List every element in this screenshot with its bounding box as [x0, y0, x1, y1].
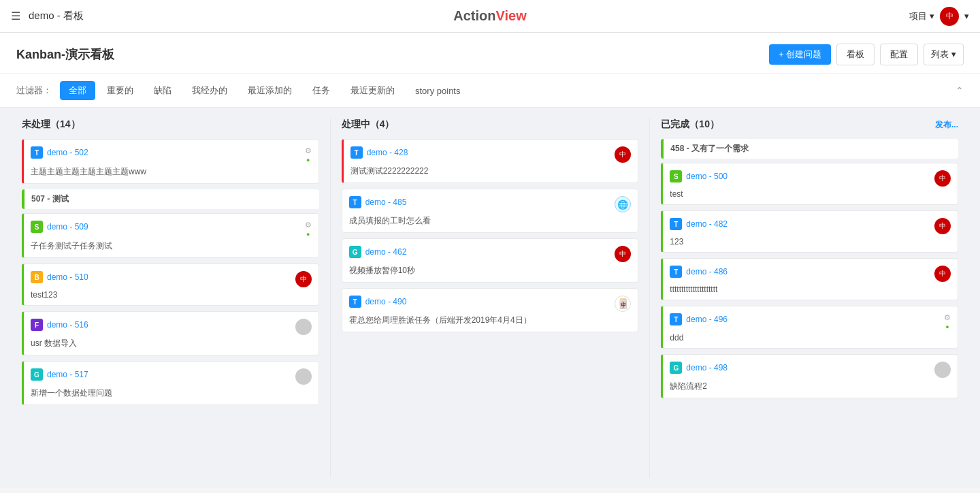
filter-btn-all[interactable]: 全部 — [60, 81, 95, 100]
page-header: Kanban-演示看板 + 创建问题 看板 配置 列表 ▾ — [0, 33, 980, 74]
avatar: 中 — [934, 170, 951, 187]
card-link[interactable]: demo - 509 — [47, 222, 88, 232]
brand-view: View — [496, 8, 527, 23]
column-inprogress: 处理中（4） T demo - 428 中 测试测试2222222222 T d… — [336, 118, 644, 477]
card-id-row: S demo - 500 — [670, 170, 728, 182]
card-link[interactable]: demo - 485 — [365, 197, 407, 207]
card-id-row: T demo - 490 — [349, 296, 407, 308]
filter-btn-important[interactable]: 重要的 — [98, 81, 142, 100]
card-link[interactable]: demo - 510 — [47, 272, 88, 282]
kanban-board: 未处理（14） T demo - 502 ⚙● 主题主题主题主题主题主题www … — [0, 108, 980, 488]
column-title: 处理中（4） — [342, 118, 395, 131]
card-link[interactable]: demo - 500 — [686, 172, 728, 181]
gear-icon[interactable]: ⚙● — [944, 313, 951, 330]
epic-header: 458 - 又有了一个需求 — [661, 139, 958, 159]
table-row: G demo - 517 新增一个数据处理问题 — [22, 361, 319, 405]
epic-header: 507 - 测试 — [22, 189, 319, 209]
card-group: T demo - 428 中 测试测试2222222222 T demo - 4… — [342, 139, 639, 332]
project-menu[interactable]: 项目 ▾ — [909, 10, 934, 22]
gear-icon[interactable]: ⚙● — [305, 221, 312, 238]
mahjong-avatar: 🀄 — [615, 296, 631, 312]
header-actions: + 创建问题 看板 配置 列表 ▾ — [769, 44, 964, 65]
card-link[interactable]: demo - 486 — [686, 267, 728, 276]
brand-action: Action — [453, 8, 495, 23]
filter-btn-story_points[interactable]: story points — [406, 81, 469, 100]
filter-btn-recent_update[interactable]: 最近更新的 — [342, 81, 404, 100]
globe-avatar: 🌐 — [615, 196, 631, 212]
type-badge: S — [31, 221, 43, 233]
card-id-row: T demo - 485 — [349, 196, 407, 208]
user-avatar-btn[interactable]: 中 — [940, 7, 959, 26]
user-dropdown-icon[interactable]: ▾ — [964, 11, 969, 21]
card-description: 霍总您给周理胜派任务（后端开发2019年4月4日） — [349, 315, 632, 326]
config-button[interactable]: 配置 — [880, 44, 918, 65]
card-top: T demo - 485 🌐 — [349, 196, 632, 212]
card-id-row: G demo - 462 — [349, 246, 407, 258]
type-badge: S — [670, 170, 682, 182]
card-link[interactable]: demo - 498 — [686, 363, 728, 372]
gear-icon[interactable]: ⚙● — [305, 146, 312, 163]
filter-btn-mine[interactable]: 我经办的 — [183, 81, 236, 100]
filter-collapse-icon[interactable]: ⌃ — [956, 85, 964, 96]
card-link[interactable]: demo - 502 — [47, 148, 88, 157]
column-divider — [330, 118, 331, 477]
type-badge: T — [670, 313, 682, 325]
card-id-row: T demo - 482 — [670, 218, 728, 230]
card-link[interactable]: demo - 516 — [47, 320, 88, 330]
column-header: 已完成（10） 发布... — [661, 118, 958, 131]
avatar-placeholder — [295, 368, 312, 385]
column-action[interactable]: 发布... — [935, 119, 958, 131]
table-row: T demo - 428 中 测试测试2222222222 — [342, 139, 639, 183]
table-row: G demo - 498 缺陷流程2 — [661, 354, 958, 398]
card-top: G demo - 498 — [670, 362, 951, 378]
avatar: 中 — [934, 218, 951, 234]
table-row: S demo - 509 ⚙● 子任务测试子任务测试 — [22, 213, 319, 258]
card-top: T demo - 490 🀄 — [349, 296, 632, 312]
list-view-button[interactable]: 列表 ▾ — [924, 44, 964, 65]
topnav: ☰ demo - 看板 ActionView 项目 ▾ 中 ▾ — [0, 0, 980, 33]
card-top: T demo - 502 ⚙● — [31, 146, 312, 163]
table-row: B demo - 510 中 test123 — [22, 264, 319, 306]
card-link[interactable]: demo - 428 — [367, 148, 408, 157]
card-id-row: S demo - 509 — [31, 221, 88, 233]
card-group: T demo - 482 中 123 T demo - 486 中 tttttt… — [661, 210, 958, 398]
type-badge: T — [670, 266, 682, 278]
card-id-row: T demo - 486 — [670, 266, 728, 278]
card-id-row: F demo - 516 — [31, 319, 88, 331]
card-id-row: T demo - 496 — [670, 313, 728, 325]
card-description: ttttttttttttttttttttt — [670, 285, 951, 294]
card-link[interactable]: demo - 490 — [365, 297, 407, 306]
avatar: 中 — [615, 146, 631, 163]
card-link[interactable]: demo - 482 — [686, 219, 728, 229]
table-row: G demo - 462 中 视频播放暂停10秒 — [342, 238, 639, 283]
filter-btn-recent_add[interactable]: 最近添加的 — [239, 81, 301, 100]
nav-title: demo - 看板 — [29, 10, 84, 22]
filter-btn-bug[interactable]: 缺陷 — [145, 81, 180, 100]
card-description: 主题主题主题主题主题主题www — [31, 166, 312, 178]
type-badge: T — [670, 218, 682, 230]
card-top: T demo - 482 中 — [670, 218, 951, 234]
card-link[interactable]: demo - 517 — [47, 370, 88, 379]
brand-logo: ActionView — [453, 8, 526, 24]
card-link[interactable]: demo - 462 — [365, 247, 407, 257]
type-badge: G — [31, 368, 43, 381]
card-top: G demo - 462 中 — [349, 246, 632, 262]
filter-btn-task[interactable]: 任务 — [304, 81, 339, 100]
board-view-button[interactable]: 看板 — [836, 44, 875, 65]
card-top: G demo - 517 — [31, 368, 312, 385]
card-top: T demo - 486 中 — [670, 266, 951, 282]
type-badge: B — [31, 271, 43, 283]
menu-icon[interactable]: ☰ — [11, 10, 20, 22]
avatar-placeholder — [934, 362, 951, 378]
column-header: 未处理（14） — [22, 118, 319, 131]
table-row: T demo - 486 中 ttttttttttttttttttttt — [661, 258, 958, 300]
card-description: 缺陷流程2 — [670, 381, 951, 392]
type-badge: F — [31, 319, 43, 331]
column-divider — [649, 118, 650, 477]
create-issue-button[interactable]: + 创建问题 — [769, 44, 831, 65]
card-top: F demo - 516 — [31, 319, 312, 335]
card-top: S demo - 500 中 — [670, 170, 951, 187]
card-link[interactable]: demo - 496 — [686, 315, 728, 324]
card-group: B demo - 510 中 test123 F demo - 516 usr … — [22, 264, 319, 405]
card-description: ddd — [670, 333, 951, 343]
